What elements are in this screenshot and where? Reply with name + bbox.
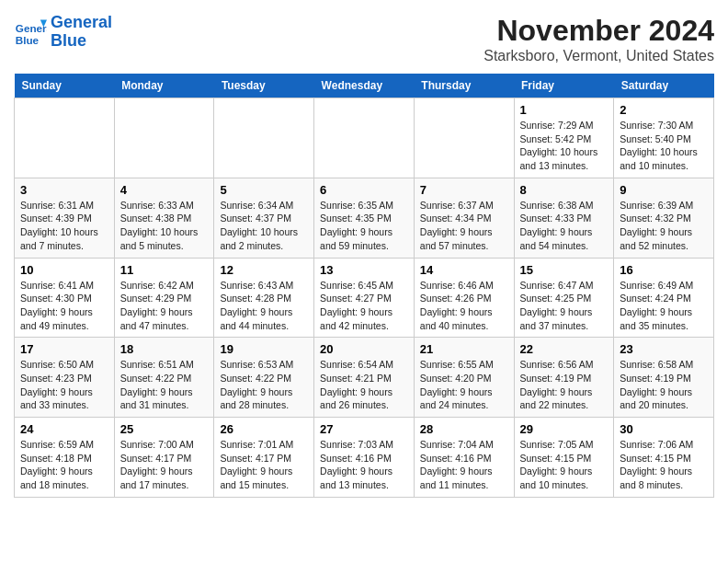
svg-text:Blue: Blue <box>16 33 40 45</box>
day-number: 5 <box>220 183 308 197</box>
calendar-cell: 27Sunrise: 7:03 AM Sunset: 4:16 PM Dayli… <box>314 418 415 498</box>
day-number: 2 <box>620 103 708 117</box>
day-info: Sunrise: 6:39 AM Sunset: 4:32 PM Dayligh… <box>620 199 708 253</box>
calendar-cell: 6Sunrise: 6:35 AM Sunset: 4:35 PM Daylig… <box>314 178 415 258</box>
logo-icon: General Blue <box>14 16 47 49</box>
day-info: Sunrise: 6:41 AM Sunset: 4:30 PM Dayligh… <box>20 279 108 333</box>
calendar-week-row: 24Sunrise: 6:59 AM Sunset: 4:18 PM Dayli… <box>15 418 714 498</box>
calendar-table: SundayMondayTuesdayWednesdayThursdayFrid… <box>14 74 714 498</box>
day-number: 7 <box>420 183 508 197</box>
calendar-cell: 16Sunrise: 6:49 AM Sunset: 4:24 PM Dayli… <box>614 258 714 338</box>
day-number: 13 <box>320 263 408 277</box>
day-number: 26 <box>220 422 308 436</box>
logo-line2: Blue <box>51 31 86 50</box>
logo: General Blue General Blue <box>14 14 112 51</box>
day-number: 21 <box>420 342 508 356</box>
calendar-cell <box>214 98 314 178</box>
day-info: Sunrise: 6:50 AM Sunset: 4:23 PM Dayligh… <box>20 358 108 412</box>
calendar-cell: 1Sunrise: 7:29 AM Sunset: 5:42 PM Daylig… <box>514 98 614 178</box>
day-number: 25 <box>120 422 209 436</box>
day-number: 24 <box>20 422 108 436</box>
day-number: 4 <box>120 183 209 197</box>
calendar-cell: 17Sunrise: 6:50 AM Sunset: 4:23 PM Dayli… <box>15 338 115 418</box>
day-info: Sunrise: 6:42 AM Sunset: 4:29 PM Dayligh… <box>120 279 209 333</box>
page-header: General Blue General Blue November 2024 … <box>14 14 714 64</box>
day-number: 27 <box>320 422 408 436</box>
day-info: Sunrise: 6:45 AM Sunset: 4:27 PM Dayligh… <box>320 279 408 333</box>
day-info: Sunrise: 7:05 AM Sunset: 4:15 PM Dayligh… <box>520 438 609 492</box>
calendar-cell: 22Sunrise: 6:56 AM Sunset: 4:19 PM Dayli… <box>514 338 614 418</box>
weekday-header: Monday <box>114 74 214 98</box>
day-info: Sunrise: 6:38 AM Sunset: 4:33 PM Dayligh… <box>520 199 609 253</box>
day-info: Sunrise: 6:58 AM Sunset: 4:19 PM Dayligh… <box>620 358 708 412</box>
calendar-cell <box>114 98 214 178</box>
calendar-cell: 15Sunrise: 6:47 AM Sunset: 4:25 PM Dayli… <box>514 258 614 338</box>
day-info: Sunrise: 6:43 AM Sunset: 4:28 PM Dayligh… <box>220 279 308 333</box>
day-info: Sunrise: 6:55 AM Sunset: 4:20 PM Dayligh… <box>420 358 508 412</box>
logo-line1: General <box>51 13 112 31</box>
calendar-cell: 26Sunrise: 7:01 AM Sunset: 4:17 PM Dayli… <box>214 418 314 498</box>
day-info: Sunrise: 7:29 AM Sunset: 5:42 PM Dayligh… <box>520 119 609 173</box>
day-number: 6 <box>320 183 408 197</box>
day-info: Sunrise: 6:46 AM Sunset: 4:26 PM Dayligh… <box>420 279 508 333</box>
day-number: 19 <box>220 342 308 356</box>
day-info: Sunrise: 6:49 AM Sunset: 4:24 PM Dayligh… <box>620 279 708 333</box>
day-number: 20 <box>320 342 408 356</box>
calendar-cell: 19Sunrise: 6:53 AM Sunset: 4:22 PM Dayli… <box>214 338 314 418</box>
day-number: 22 <box>520 342 609 356</box>
calendar-cell: 24Sunrise: 6:59 AM Sunset: 4:18 PM Dayli… <box>15 418 115 498</box>
day-info: Sunrise: 6:51 AM Sunset: 4:22 PM Dayligh… <box>120 358 209 412</box>
day-number: 16 <box>620 263 708 277</box>
day-info: Sunrise: 6:35 AM Sunset: 4:35 PM Dayligh… <box>320 199 408 253</box>
calendar-cell <box>414 98 514 178</box>
day-number: 23 <box>620 342 708 356</box>
day-info: Sunrise: 7:04 AM Sunset: 4:16 PM Dayligh… <box>420 438 508 492</box>
day-info: Sunrise: 7:30 AM Sunset: 5:40 PM Dayligh… <box>620 119 708 173</box>
calendar-cell: 13Sunrise: 6:45 AM Sunset: 4:27 PM Dayli… <box>314 258 415 338</box>
calendar-cell: 20Sunrise: 6:54 AM Sunset: 4:21 PM Dayli… <box>314 338 415 418</box>
calendar-cell: 4Sunrise: 6:33 AM Sunset: 4:38 PM Daylig… <box>114 178 214 258</box>
calendar-cell: 14Sunrise: 6:46 AM Sunset: 4:26 PM Dayli… <box>414 258 514 338</box>
day-number: 14 <box>420 263 508 277</box>
day-number: 28 <box>420 422 508 436</box>
day-info: Sunrise: 6:54 AM Sunset: 4:21 PM Dayligh… <box>320 358 408 412</box>
calendar-cell: 9Sunrise: 6:39 AM Sunset: 4:32 PM Daylig… <box>614 178 714 258</box>
calendar-cell: 23Sunrise: 6:58 AM Sunset: 4:19 PM Dayli… <box>614 338 714 418</box>
calendar-cell: 12Sunrise: 6:43 AM Sunset: 4:28 PM Dayli… <box>214 258 314 338</box>
day-number: 15 <box>520 263 609 277</box>
day-number: 12 <box>220 263 308 277</box>
calendar-cell: 30Sunrise: 7:06 AM Sunset: 4:15 PM Dayli… <box>614 418 714 498</box>
logo-text: General Blue <box>51 14 112 51</box>
calendar-cell: 2Sunrise: 7:30 AM Sunset: 5:40 PM Daylig… <box>614 98 714 178</box>
calendar-cell: 28Sunrise: 7:04 AM Sunset: 4:16 PM Dayli… <box>414 418 514 498</box>
weekday-header: Wednesday <box>314 74 415 98</box>
day-info: Sunrise: 6:37 AM Sunset: 4:34 PM Dayligh… <box>420 199 508 253</box>
calendar-week-row: 17Sunrise: 6:50 AM Sunset: 4:23 PM Dayli… <box>15 338 714 418</box>
day-number: 17 <box>20 342 108 356</box>
weekday-header: Saturday <box>614 74 714 98</box>
weekday-header: Friday <box>514 74 614 98</box>
calendar-cell: 25Sunrise: 7:00 AM Sunset: 4:17 PM Dayli… <box>114 418 214 498</box>
day-info: Sunrise: 6:59 AM Sunset: 4:18 PM Dayligh… <box>20 438 108 492</box>
day-info: Sunrise: 7:01 AM Sunset: 4:17 PM Dayligh… <box>220 438 308 492</box>
calendar-cell: 18Sunrise: 6:51 AM Sunset: 4:22 PM Dayli… <box>114 338 214 418</box>
day-info: Sunrise: 7:06 AM Sunset: 4:15 PM Dayligh… <box>620 438 708 492</box>
day-info: Sunrise: 6:56 AM Sunset: 4:19 PM Dayligh… <box>520 358 609 412</box>
day-number: 3 <box>20 183 108 197</box>
calendar-cell: 21Sunrise: 6:55 AM Sunset: 4:20 PM Dayli… <box>414 338 514 418</box>
title-block: November 2024 Starksboro, Vermont, Unite… <box>483 14 714 64</box>
weekday-header: Sunday <box>15 74 115 98</box>
day-number: 10 <box>20 263 108 277</box>
calendar-header-row: SundayMondayTuesdayWednesdayThursdayFrid… <box>15 74 714 98</box>
day-info: Sunrise: 6:53 AM Sunset: 4:22 PM Dayligh… <box>220 358 308 412</box>
weekday-header: Thursday <box>414 74 514 98</box>
location: Starksboro, Vermont, United States <box>483 48 714 64</box>
calendar-week-row: 1Sunrise: 7:29 AM Sunset: 5:42 PM Daylig… <box>15 98 714 178</box>
day-number: 29 <box>520 422 609 436</box>
calendar-cell: 3Sunrise: 6:31 AM Sunset: 4:39 PM Daylig… <box>15 178 115 258</box>
weekday-header: Tuesday <box>214 74 314 98</box>
day-number: 1 <box>520 103 609 117</box>
day-info: Sunrise: 7:00 AM Sunset: 4:17 PM Dayligh… <box>120 438 209 492</box>
calendar-cell <box>15 98 115 178</box>
calendar-cell: 10Sunrise: 6:41 AM Sunset: 4:30 PM Dayli… <box>15 258 115 338</box>
